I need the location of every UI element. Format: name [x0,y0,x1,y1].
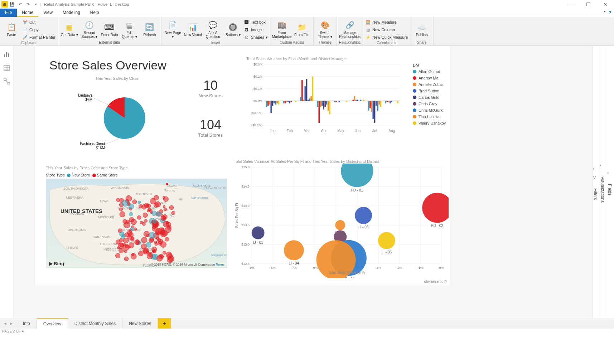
from-marketplace-button[interactable]: 🏬From Marketplace [272,18,291,40]
legend-item[interactable]: Chris McGurk [413,108,446,112]
page-tab-district[interactable]: District Monthly Sales [68,318,122,329]
shapes-button[interactable]: ⬠Shapes ▾ [244,34,268,41]
svg-point-263 [124,250,127,253]
map-terms-link[interactable]: Terms [216,263,225,266]
filters-pane[interactable]: ‹ ▽ Filters [593,46,600,318]
svg-rect-33 [272,101,274,106]
svg-point-279 [136,242,139,244]
legend-item[interactable]: Carlos Grilo [413,95,446,100]
maximize-button[interactable]: ☐ [581,1,595,8]
svg-point-287 [130,227,134,231]
legend-item[interactable]: Andrew Ma [413,76,446,80]
next-page-icon[interactable]: ► [9,321,14,326]
legend-item[interactable]: Brad Sutton [413,89,446,93]
bar-legend: DM Allan GuinotAndrew MaAnnelie ZubarBra… [413,63,446,127]
qat-dropdown-icon[interactable]: ▾ [32,1,39,8]
refresh-button[interactable]: 🔄Refresh [140,18,159,40]
collapse-ribbon-icon[interactable]: ⌃ [603,10,606,15]
ask-question-button[interactable]: 💬Ask A Question [204,18,222,40]
group-label: External data [99,40,120,45]
svg-text:$0.0M: $0.0M [253,99,262,103]
bar-chart[interactable]: $0.3M$0.2M$0.1M$0.0M($0.1M)($0.2M)JanFeb… [246,61,411,141]
svg-point-289 [166,183,168,185]
legend-item[interactable]: Allan Guinot [413,69,446,74]
save-icon[interactable]: 💾 [9,1,16,8]
page-tab-info[interactable]: Info [16,318,37,329]
switch-theme-button[interactable]: 🎨Switch Theme ▾ [316,18,334,40]
manage-relationships-button[interactable]: 🔗Manage Relationships [340,18,359,40]
publish-button[interactable]: ☁️Publish [412,18,431,40]
svg-rect-87 [363,100,364,101]
svg-point-234 [157,238,161,242]
redo-icon[interactable]: ↷ [24,1,32,8]
new-quick-measure-button[interactable]: ⚡New Quick Measure [365,34,408,41]
buttons-button[interactable]: 🔘Buttons ▾ [224,18,242,40]
map-visual[interactable]: SOUTH DAKOTA WISCONSIN MICHIGAN Toronto … [46,179,227,268]
recent-sources-button[interactable]: 🕘Recent Sources ▾ [80,18,99,40]
minimize-button[interactable]: — [564,1,578,8]
svg-rect-77 [346,101,348,102]
page-tab-new-stores[interactable]: New Stores [122,318,158,329]
svg-text:MICHIGAN: MICHIGAN [136,192,152,196]
svg-rect-107 [397,101,398,103]
tab-help[interactable]: Help [85,9,104,17]
scatter-chart[interactable]: $15.0$14.5$14.0$13.5$13.0$12.5-9%-8%-7%-… [234,164,449,278]
undo-icon[interactable]: ↶ [16,1,24,8]
svg-rect-52 [304,86,306,101]
legend-item[interactable]: Tina Lassila [413,115,446,119]
enter-data-button[interactable]: ⌨Enter Data [100,18,119,40]
tab-file[interactable]: File [0,9,17,17]
svg-rect-32 [270,101,272,113]
model-view-icon[interactable] [3,77,11,86]
pie-title: This Year Sales by Chain [71,76,164,81]
statusbar: PAGE 2 OF 4 [0,329,614,335]
close-button[interactable]: ✕ [598,1,613,8]
svg-rect-101 [388,101,390,102]
cut-button[interactable]: ✂️Cut [22,19,55,26]
new-column-button[interactable]: ▥New Column [365,26,408,33]
svg-text:Apr: Apr [321,129,327,133]
svg-point-146 [129,212,132,216]
paste-button[interactable]: 📋Paste [2,18,21,40]
data-view-icon[interactable] [3,64,11,72]
prev-page-icon[interactable]: ◄ [3,321,7,326]
svg-rect-83 [357,100,358,101]
tab-home[interactable]: Home [17,9,38,17]
svg-point-233 [154,203,159,208]
tab-view[interactable]: View [38,9,58,17]
svg-rect-1 [6,52,7,57]
report-view-icon[interactable] [3,50,11,59]
page-tab-overview[interactable]: Overview [37,318,68,329]
legend-item[interactable]: Annelie Zubar [413,82,446,87]
svg-point-271 [167,257,173,263]
svg-point-262 [131,253,134,256]
add-page-button[interactable]: + [158,318,171,329]
from-file-button[interactable]: 📁From File [293,18,311,40]
textbox-button[interactable]: 🅰Text box [244,19,268,26]
copy-button[interactable]: 📄Copy [22,26,55,33]
legend-item[interactable]: Valery Ushakov [413,121,446,125]
new-page-button[interactable]: 📄New Page ▾ [164,18,182,40]
svg-point-184 [147,204,151,208]
pie-chart[interactable]: Lindseys $6M Fashions Direct $16M [71,81,164,152]
svg-text:SOUTH DAKOTA: SOUTH DAKOTA [63,187,88,190]
format-painter-button[interactable]: 🖌️Format Painter [22,34,55,41]
fields-pane[interactable]: ‹ Fields [607,46,614,318]
report-canvas[interactable]: Store Sales Overview This Year Sales by … [14,46,593,318]
page-title: Store Sales Overview [49,58,166,72]
svg-text:$12.5: $12.5 [241,262,250,266]
edit-queries-button[interactable]: ▤Edit Queries ▾ [120,18,139,40]
help-icon[interactable]: ? [609,10,611,15]
visualizations-pane[interactable]: ‹ Visualizations [600,46,607,318]
scatter-title: Total Sales Variance %, Sales Per Sq Ft … [234,159,449,164]
svg-point-330 [252,227,265,239]
get-data-button[interactable]: ▦Get Data ▾ [60,18,79,40]
image-button[interactable]: 🖼Image [244,26,268,33]
svg-rect-69 [334,101,335,102]
new-measure-button[interactable]: 🧮New Measure [365,19,408,26]
map-title: This Year Sales by PostalCode and Store … [46,166,228,170]
new-visual-button[interactable]: 📊New Visual [184,18,202,40]
svg-line-10 [5,81,8,82]
legend-item[interactable]: Chris Gray [413,102,446,106]
tab-modeling[interactable]: Modeling [58,9,85,17]
